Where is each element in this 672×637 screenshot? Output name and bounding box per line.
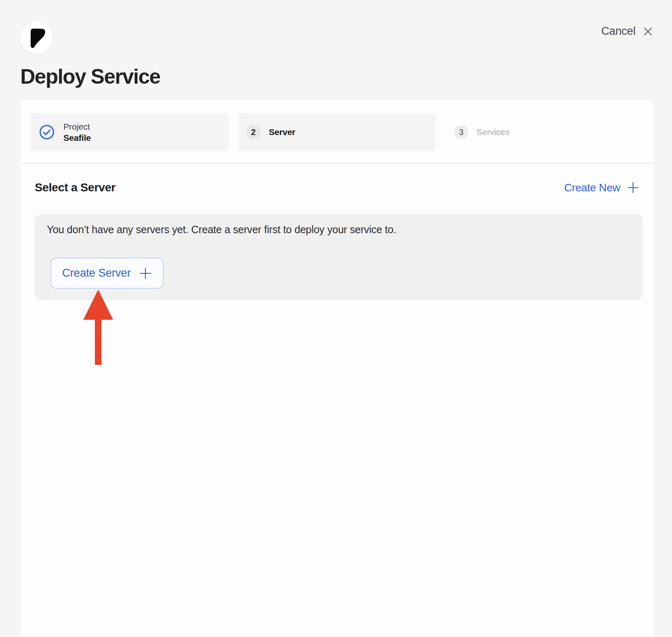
deploy-wizard-card: Project Seafile 2 Server 3 Services Sele… [20,99,654,637]
step-project-value: Seafile [63,132,91,143]
step-services-number-badge: 3 [454,125,468,139]
plus-icon [627,181,639,194]
step-services: 3 Services [446,113,644,151]
step-server-label: Server [269,127,295,137]
create-new-label: Create New [564,181,620,194]
empty-state-message: You don’t have any servers yet. Create a… [47,223,631,236]
server-section-header: Select a Server Create New [20,181,654,194]
annotation-arrow-up [83,290,114,367]
page-title: Deploy Service [20,65,160,89]
deploy-service-page: { "header": { "title": "Deploy Service",… [0,0,672,637]
step-services-label: Services [476,127,509,137]
cancel-button[interactable]: Cancel [601,25,654,38]
step-server[interactable]: 2 Server [238,113,436,151]
brand-logo [20,22,53,54]
close-icon [642,26,654,37]
select-server-heading: Select a Server [35,181,116,194]
step-project-label: Project [63,121,91,132]
cancel-label: Cancel [601,25,636,38]
create-new-button[interactable]: Create New [564,181,639,194]
create-server-button[interactable]: Create Server [51,258,164,289]
plus-icon [139,267,152,280]
check-circle-icon [39,124,55,140]
no-servers-panel: You don’t have any servers yet. Create a… [35,214,643,300]
step-project[interactable]: Project Seafile [30,113,228,151]
wizard-stepper: Project Seafile 2 Server 3 Services [20,99,654,164]
step-server-number-badge: 2 [247,125,261,139]
create-server-label: Create Server [62,267,131,280]
